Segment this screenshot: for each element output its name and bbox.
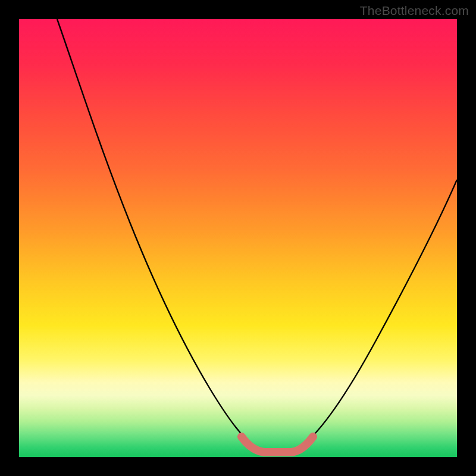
bottleneck-curve-right [300,180,457,447]
curve-layer [19,19,457,457]
chart-frame: TheBottleneck.com [0,0,476,476]
bottleneck-band [242,437,313,452]
watermark-text: TheBottleneck.com [360,4,469,18]
bottleneck-curve-left [57,19,256,447]
